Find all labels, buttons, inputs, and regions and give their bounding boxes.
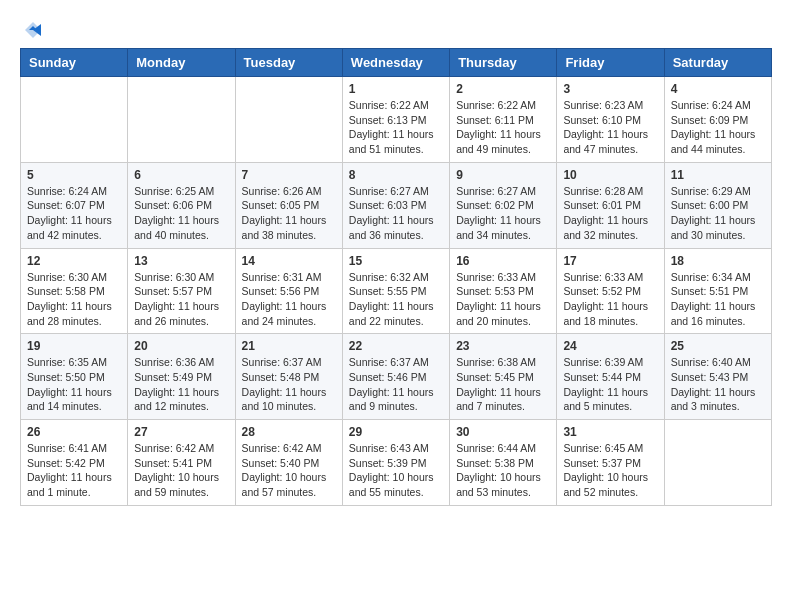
calendar-cell: 8Sunrise: 6:27 AM Sunset: 6:03 PM Daylig…: [342, 162, 449, 248]
day-info: Sunrise: 6:27 AM Sunset: 6:02 PM Dayligh…: [456, 184, 550, 243]
day-info: Sunrise: 6:42 AM Sunset: 5:41 PM Dayligh…: [134, 441, 228, 500]
calendar-cell: [128, 77, 235, 163]
calendar-week-4: 19Sunrise: 6:35 AM Sunset: 5:50 PM Dayli…: [21, 334, 772, 420]
calendar-cell: 24Sunrise: 6:39 AM Sunset: 5:44 PM Dayli…: [557, 334, 664, 420]
day-number: 22: [349, 339, 443, 353]
day-number: 19: [27, 339, 121, 353]
calendar-cell: 15Sunrise: 6:32 AM Sunset: 5:55 PM Dayli…: [342, 248, 449, 334]
day-info: Sunrise: 6:22 AM Sunset: 6:13 PM Dayligh…: [349, 98, 443, 157]
day-info: Sunrise: 6:38 AM Sunset: 5:45 PM Dayligh…: [456, 355, 550, 414]
day-number: 27: [134, 425, 228, 439]
day-info: Sunrise: 6:31 AM Sunset: 5:56 PM Dayligh…: [242, 270, 336, 329]
calendar-cell: 17Sunrise: 6:33 AM Sunset: 5:52 PM Dayli…: [557, 248, 664, 334]
calendar-header-friday: Friday: [557, 49, 664, 77]
calendar-cell: 14Sunrise: 6:31 AM Sunset: 5:56 PM Dayli…: [235, 248, 342, 334]
day-number: 5: [27, 168, 121, 182]
calendar-cell: 19Sunrise: 6:35 AM Sunset: 5:50 PM Dayli…: [21, 334, 128, 420]
day-info: Sunrise: 6:43 AM Sunset: 5:39 PM Dayligh…: [349, 441, 443, 500]
day-number: 11: [671, 168, 765, 182]
logo: [20, 20, 43, 38]
calendar-header-row: SundayMondayTuesdayWednesdayThursdayFrid…: [21, 49, 772, 77]
calendar-cell: 31Sunrise: 6:45 AM Sunset: 5:37 PM Dayli…: [557, 420, 664, 506]
calendar-cell: 6Sunrise: 6:25 AM Sunset: 6:06 PM Daylig…: [128, 162, 235, 248]
calendar-week-5: 26Sunrise: 6:41 AM Sunset: 5:42 PM Dayli…: [21, 420, 772, 506]
calendar-cell: [21, 77, 128, 163]
calendar-header-tuesday: Tuesday: [235, 49, 342, 77]
day-info: Sunrise: 6:27 AM Sunset: 6:03 PM Dayligh…: [349, 184, 443, 243]
logo-icon: [23, 20, 43, 40]
calendar-cell: 26Sunrise: 6:41 AM Sunset: 5:42 PM Dayli…: [21, 420, 128, 506]
day-info: Sunrise: 6:35 AM Sunset: 5:50 PM Dayligh…: [27, 355, 121, 414]
calendar-cell: 9Sunrise: 6:27 AM Sunset: 6:02 PM Daylig…: [450, 162, 557, 248]
day-number: 6: [134, 168, 228, 182]
calendar-cell: 30Sunrise: 6:44 AM Sunset: 5:38 PM Dayli…: [450, 420, 557, 506]
day-number: 3: [563, 82, 657, 96]
day-info: Sunrise: 6:33 AM Sunset: 5:52 PM Dayligh…: [563, 270, 657, 329]
calendar-header-monday: Monday: [128, 49, 235, 77]
calendar-cell: [664, 420, 771, 506]
calendar-cell: 29Sunrise: 6:43 AM Sunset: 5:39 PM Dayli…: [342, 420, 449, 506]
calendar-cell: 20Sunrise: 6:36 AM Sunset: 5:49 PM Dayli…: [128, 334, 235, 420]
calendar-week-2: 5Sunrise: 6:24 AM Sunset: 6:07 PM Daylig…: [21, 162, 772, 248]
day-info: Sunrise: 6:41 AM Sunset: 5:42 PM Dayligh…: [27, 441, 121, 500]
calendar-cell: 13Sunrise: 6:30 AM Sunset: 5:57 PM Dayli…: [128, 248, 235, 334]
calendar-cell: 11Sunrise: 6:29 AM Sunset: 6:00 PM Dayli…: [664, 162, 771, 248]
day-info: Sunrise: 6:23 AM Sunset: 6:10 PM Dayligh…: [563, 98, 657, 157]
day-number: 7: [242, 168, 336, 182]
calendar-cell: 1Sunrise: 6:22 AM Sunset: 6:13 PM Daylig…: [342, 77, 449, 163]
page-header: [20, 20, 772, 38]
day-info: Sunrise: 6:25 AM Sunset: 6:06 PM Dayligh…: [134, 184, 228, 243]
day-number: 26: [27, 425, 121, 439]
calendar-cell: 18Sunrise: 6:34 AM Sunset: 5:51 PM Dayli…: [664, 248, 771, 334]
day-info: Sunrise: 6:36 AM Sunset: 5:49 PM Dayligh…: [134, 355, 228, 414]
day-info: Sunrise: 6:34 AM Sunset: 5:51 PM Dayligh…: [671, 270, 765, 329]
calendar-cell: 21Sunrise: 6:37 AM Sunset: 5:48 PM Dayli…: [235, 334, 342, 420]
day-info: Sunrise: 6:40 AM Sunset: 5:43 PM Dayligh…: [671, 355, 765, 414]
day-number: 12: [27, 254, 121, 268]
calendar-cell: 22Sunrise: 6:37 AM Sunset: 5:46 PM Dayli…: [342, 334, 449, 420]
day-info: Sunrise: 6:30 AM Sunset: 5:58 PM Dayligh…: [27, 270, 121, 329]
calendar-cell: 16Sunrise: 6:33 AM Sunset: 5:53 PM Dayli…: [450, 248, 557, 334]
day-number: 28: [242, 425, 336, 439]
day-info: Sunrise: 6:24 AM Sunset: 6:07 PM Dayligh…: [27, 184, 121, 243]
day-number: 18: [671, 254, 765, 268]
calendar-cell: 7Sunrise: 6:26 AM Sunset: 6:05 PM Daylig…: [235, 162, 342, 248]
calendar-header-sunday: Sunday: [21, 49, 128, 77]
day-number: 4: [671, 82, 765, 96]
day-number: 25: [671, 339, 765, 353]
calendar-cell: 10Sunrise: 6:28 AM Sunset: 6:01 PM Dayli…: [557, 162, 664, 248]
day-number: 15: [349, 254, 443, 268]
day-number: 16: [456, 254, 550, 268]
calendar-week-3: 12Sunrise: 6:30 AM Sunset: 5:58 PM Dayli…: [21, 248, 772, 334]
day-number: 29: [349, 425, 443, 439]
day-number: 17: [563, 254, 657, 268]
day-info: Sunrise: 6:39 AM Sunset: 5:44 PM Dayligh…: [563, 355, 657, 414]
day-number: 10: [563, 168, 657, 182]
calendar-week-1: 1Sunrise: 6:22 AM Sunset: 6:13 PM Daylig…: [21, 77, 772, 163]
calendar-cell: 4Sunrise: 6:24 AM Sunset: 6:09 PM Daylig…: [664, 77, 771, 163]
day-info: Sunrise: 6:45 AM Sunset: 5:37 PM Dayligh…: [563, 441, 657, 500]
day-number: 30: [456, 425, 550, 439]
calendar-cell: [235, 77, 342, 163]
calendar-cell: 28Sunrise: 6:42 AM Sunset: 5:40 PM Dayli…: [235, 420, 342, 506]
calendar-cell: 27Sunrise: 6:42 AM Sunset: 5:41 PM Dayli…: [128, 420, 235, 506]
calendar-cell: 3Sunrise: 6:23 AM Sunset: 6:10 PM Daylig…: [557, 77, 664, 163]
day-number: 23: [456, 339, 550, 353]
day-info: Sunrise: 6:30 AM Sunset: 5:57 PM Dayligh…: [134, 270, 228, 329]
calendar-cell: 12Sunrise: 6:30 AM Sunset: 5:58 PM Dayli…: [21, 248, 128, 334]
day-number: 2: [456, 82, 550, 96]
day-info: Sunrise: 6:33 AM Sunset: 5:53 PM Dayligh…: [456, 270, 550, 329]
day-number: 20: [134, 339, 228, 353]
calendar-table: SundayMondayTuesdayWednesdayThursdayFrid…: [20, 48, 772, 506]
day-info: Sunrise: 6:26 AM Sunset: 6:05 PM Dayligh…: [242, 184, 336, 243]
day-info: Sunrise: 6:37 AM Sunset: 5:46 PM Dayligh…: [349, 355, 443, 414]
day-number: 14: [242, 254, 336, 268]
calendar-cell: 23Sunrise: 6:38 AM Sunset: 5:45 PM Dayli…: [450, 334, 557, 420]
day-number: 8: [349, 168, 443, 182]
day-number: 13: [134, 254, 228, 268]
day-info: Sunrise: 6:44 AM Sunset: 5:38 PM Dayligh…: [456, 441, 550, 500]
day-info: Sunrise: 6:22 AM Sunset: 6:11 PM Dayligh…: [456, 98, 550, 157]
day-number: 9: [456, 168, 550, 182]
day-info: Sunrise: 6:29 AM Sunset: 6:00 PM Dayligh…: [671, 184, 765, 243]
day-number: 1: [349, 82, 443, 96]
